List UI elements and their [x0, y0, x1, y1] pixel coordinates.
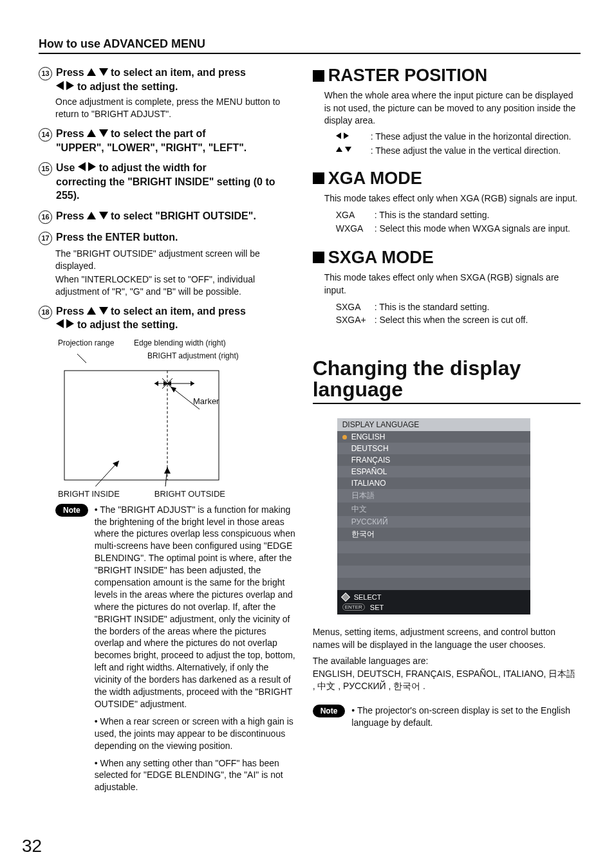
note3: • When any setting other than "OFF" has …: [95, 757, 296, 794]
step16-b: to select "BRIGHT OUTSIDE".: [111, 210, 256, 221]
xga-para: This mode takes effect only when XGA (RG…: [324, 192, 581, 205]
svg-line-0: [77, 354, 86, 363]
lang-para3: ENGLISH, DEUTSCH, FRANÇAIS, ESPAÑOL, ITA…: [313, 668, 581, 693]
step-number-17: 17: [39, 232, 52, 245]
page-number: 32: [22, 836, 42, 856]
menu-foot-select: SELECT: [354, 593, 382, 601]
lang-note: • The projector's on-screen display is s…: [351, 705, 581, 729]
note-block-left: Note • The "BRIGHT ADJUST" is a function…: [55, 504, 296, 793]
diagram-inside-label: BRIGHT INSIDE: [58, 489, 120, 499]
arrow-down-icon: [99, 307, 108, 315]
square-bullet-icon: [313, 172, 324, 184]
xga-k1: XGA: [336, 208, 375, 221]
arrow-left-icon: [56, 319, 64, 328]
step18-a: Press: [56, 306, 84, 317]
menu-item-japanese[interactable]: 日本語: [337, 489, 530, 503]
step-number-15: 15: [39, 162, 52, 176]
arrow-up-icon: [87, 212, 96, 219]
lang-para1: Menus, setting items, adjustment screens…: [313, 626, 581, 651]
arrow-up-icon: [87, 129, 96, 137]
menu-footer: SELECT ENTER SET: [337, 590, 530, 614]
enter-icon: ENTER: [342, 604, 365, 611]
note2: • When a rear screen or screen with a hi…: [95, 716, 296, 752]
xga-v2: : Select this mode when WXGA signals are…: [375, 222, 570, 235]
menu-item-korean[interactable]: 한국어: [337, 528, 530, 541]
step17-a: Press the ENTER button.: [56, 230, 178, 245]
sxga-v2: : Select this when the screen is cut off…: [375, 313, 528, 326]
xga-mode-section: XGA MODE This mode takes effect only whe…: [313, 169, 581, 235]
arrow-left-icon: [78, 162, 86, 171]
step-17: 17 Press the ENTER button. The "BRIGHT O…: [39, 230, 296, 298]
sxga-para: This mode takes effect only when SXGA (R…: [324, 272, 581, 297]
step15-b: to adjust the width for: [99, 162, 207, 173]
step13-b: to select an item, and press: [111, 67, 246, 78]
step15-c: correcting the "BRIGHT INSIDE" setting (…: [56, 176, 275, 201]
step-13: 13 Press to select an item, and press to…: [39, 66, 296, 120]
diagram-svg: [58, 364, 238, 486]
step-number-14: 14: [39, 128, 52, 142]
display-language-menu: DISPLAY LANGUAGE ENGLISH DEUTSCH FRANÇAI…: [337, 418, 530, 614]
page-header: How to use ADVANCED MENU: [39, 37, 581, 54]
step-14: 14 Press to select the part of "UPPER", …: [39, 127, 296, 154]
arrow-up-icon: [336, 147, 342, 152]
arrow-right-icon: [88, 162, 96, 171]
arrow-down-icon: [99, 68, 108, 76]
arrow-up-icon: [87, 68, 96, 76]
menu-item-empty: [337, 578, 530, 590]
diamond-icon: [341, 593, 350, 602]
menu-item-chinese[interactable]: 中文: [337, 503, 530, 516]
step13-body: Once adjustment is complete, press the M…: [55, 96, 296, 120]
step-15: 15 Use to adjust the width for correctin…: [39, 161, 296, 203]
diagram-bright-adj-label: BRIGHT adjustment (right): [147, 351, 239, 360]
step13-c: to adjust the setting.: [77, 81, 178, 92]
arrow-right-icon: [66, 81, 74, 90]
step14-a: Press: [56, 128, 84, 139]
note-block-right: Note • The projector's on-screen display…: [313, 705, 581, 729]
note1: • The "BRIGHT ADJUST" is a function for …: [95, 504, 296, 710]
menu-item-italiano[interactable]: ITALIANO: [337, 477, 530, 489]
note-badge: Note: [313, 705, 346, 717]
lang-para2: The available languages are:: [313, 655, 581, 668]
step14-c: "UPPER", "LOWER", "RIGHT", "LEFT".: [56, 142, 247, 153]
menu-item-russian[interactable]: РУССКИЙ: [337, 516, 530, 528]
step14-b: to select the part of: [111, 128, 206, 139]
raster-title: RASTER POSITION: [328, 66, 488, 86]
step18-b: to select an item, and press: [111, 306, 246, 317]
arrow-up-icon: [87, 307, 96, 315]
arrow-right-icon: [66, 319, 74, 328]
step-number-13: 13: [39, 67, 52, 80]
svg-rect-1: [64, 371, 219, 480]
step-number-16: 16: [39, 210, 52, 224]
edge-blending-diagram: Projection range Edge blending width (ri…: [58, 338, 296, 499]
step-16: 16 Press to select "BRIGHT OUTSIDE".: [39, 209, 296, 224]
menu-item-francais[interactable]: FRANÇAIS: [337, 454, 530, 466]
arrow-left-icon: [336, 133, 341, 139]
menu-item-deutsch[interactable]: DEUTSCH: [337, 443, 530, 454]
step-18: 18 Press to select an item, and press to…: [39, 304, 296, 332]
display-language-heading: Changing the display language: [313, 358, 581, 404]
sxga-mode-section: SXGA MODE This mode takes effect only wh…: [313, 248, 581, 327]
diagram-proj-range-label: Projection range: [58, 338, 114, 347]
step17-body2: When "INTERLOCKED" is set to "OFF", indi…: [55, 273, 296, 298]
square-bullet-icon: [313, 252, 324, 263]
note-badge: Note: [55, 504, 88, 517]
menu-item-empty: [337, 553, 530, 566]
square-bullet-icon: [313, 70, 324, 82]
xga-title: XGA MODE: [328, 169, 422, 189]
step13-a: Press: [56, 67, 84, 78]
raster-para: When the whole area where the input pict…: [324, 89, 581, 127]
step17-body1: The "BRIGHT OUTSIDE" adjustment screen w…: [55, 248, 296, 272]
raster-horizontal: : These adjust the value in the horizont…: [371, 131, 572, 142]
step15-a: Use: [56, 162, 75, 173]
menu-item-english[interactable]: ENGLISH: [337, 431, 530, 443]
sxga-k2: SXGA+: [336, 313, 375, 326]
menu-item-empty: [337, 566, 530, 578]
arrow-down-icon: [99, 129, 108, 137]
menu-header: DISPLAY LANGUAGE: [337, 418, 530, 431]
xga-v1: : This is the standard setting.: [375, 208, 490, 221]
menu-item-espanol[interactable]: ESPAÑOL: [337, 466, 530, 477]
step16-a: Press: [56, 210, 84, 221]
diagram-edge-width-label: Edge blending width (right): [134, 338, 226, 347]
step-number-18: 18: [39, 306, 52, 319]
sxga-title: SXGA MODE: [328, 248, 434, 268]
